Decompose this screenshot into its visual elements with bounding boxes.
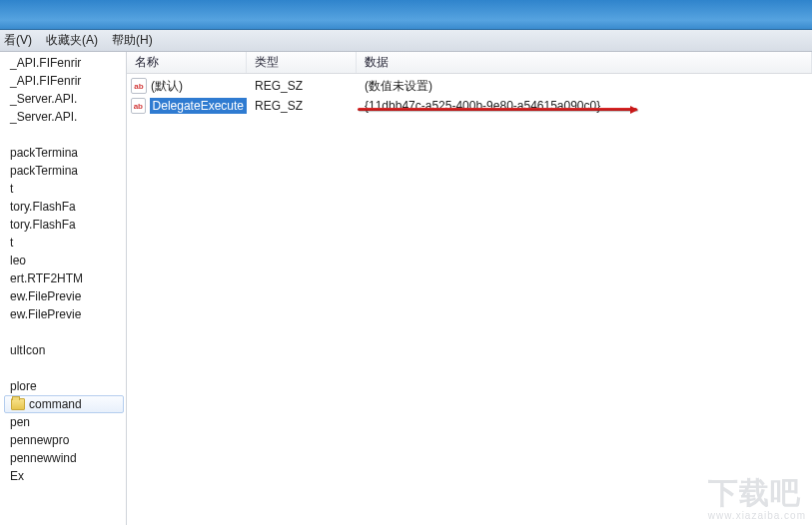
tree-item[interactable]: [0, 323, 126, 341]
tree-item[interactable]: tory.FlashFa: [0, 198, 126, 216]
highlight-underline: [358, 108, 637, 111]
tree-item[interactable]: pennewpro: [0, 431, 126, 449]
tree-item-label: tory.FlashFa: [10, 198, 76, 216]
menu-favorites[interactable]: 收藏夹(A): [46, 32, 98, 49]
tree-item[interactable]: _API.FIFenrir: [0, 72, 126, 90]
value-name: DelegateExecute: [150, 98, 247, 114]
tree-item-label: ultIcon: [10, 341, 45, 359]
tree-item[interactable]: ert.RTF2HTM: [0, 269, 126, 287]
tree-item[interactable]: tory.FlashFa: [0, 216, 126, 234]
col-type[interactable]: 类型: [247, 52, 357, 73]
tree-folder-command[interactable]: command: [4, 395, 124, 413]
tree-item-label: tory.FlashFa: [10, 216, 76, 234]
value-data: (数值未设置): [357, 78, 812, 95]
values-pane: 名称 类型 数据 ab(默认)REG_SZ(数值未设置)abDelegateEx…: [127, 52, 812, 525]
column-header: 名称 类型 数据: [127, 52, 812, 74]
folder-icon: [11, 398, 25, 410]
menu-help[interactable]: 帮助(H): [112, 32, 153, 49]
reg-string-icon: ab: [131, 98, 146, 114]
tree-item[interactable]: packTermina: [0, 162, 126, 180]
tree-item-label: command: [29, 395, 82, 413]
tree-item-label: t: [10, 180, 13, 198]
window-titlebar: [0, 0, 812, 30]
tree-item[interactable]: Ex: [0, 467, 126, 485]
reg-string-icon: ab: [131, 78, 147, 94]
value-type: REG_SZ: [247, 79, 357, 93]
tree-item-label: _API.FIFenrir: [10, 72, 81, 90]
tree-item[interactable]: t: [0, 180, 126, 198]
tree-item-label: _Server.API.: [10, 90, 77, 108]
tree-item[interactable]: _Server.API.: [0, 90, 126, 108]
tree-item-label: t: [10, 234, 13, 252]
tree-item[interactable]: [0, 126, 126, 144]
value-type: REG_SZ: [247, 99, 357, 113]
tree-item-label: _API.FIFenrir: [10, 54, 81, 72]
tree-item[interactable]: ew.FilePrevie: [0, 287, 126, 305]
tree-item[interactable]: packTermina: [0, 144, 126, 162]
tree-item-label: _Server.API.: [10, 108, 77, 126]
tree-item[interactable]: ultIcon: [0, 341, 126, 359]
tree-item-label: leo: [10, 252, 26, 269]
tree-item[interactable]: pen: [0, 413, 126, 431]
tree-item-label: pennewwind: [10, 449, 77, 467]
tree-item[interactable]: [0, 359, 126, 377]
tree-item-label: ert.RTF2HTM: [10, 269, 83, 287]
tree-item[interactable]: pennewwind: [0, 449, 126, 467]
tree-item[interactable]: ew.FilePrevie: [0, 305, 126, 323]
value-name-cell: ab(默认): [127, 78, 247, 95]
tree-item-label: packTermina: [10, 144, 78, 162]
menu-view[interactable]: 看(V): [4, 32, 32, 49]
tree-item-label: ew.FilePrevie: [10, 305, 81, 323]
tree-item[interactable]: _API.FIFenrir: [0, 54, 126, 72]
value-name: (默认): [151, 78, 183, 95]
value-row[interactable]: ab(默认)REG_SZ(数值未设置): [127, 76, 812, 96]
tree-item[interactable]: leo: [0, 252, 126, 269]
tree-item[interactable]: t: [0, 234, 126, 252]
registry-tree[interactable]: _API.FIFenrir_API.FIFenrir_Server.API._S…: [0, 52, 127, 525]
tree-item[interactable]: _Server.API.: [0, 108, 126, 126]
tree-item-label: ew.FilePrevie: [10, 287, 81, 305]
tree-item-label: pennewpro: [10, 431, 69, 449]
value-row[interactable]: abDelegateExecuteREG_SZ{11dbb47c-a525-40…: [127, 96, 812, 116]
col-name[interactable]: 名称: [127, 52, 247, 73]
menu-bar: 看(V) 收藏夹(A) 帮助(H): [0, 30, 812, 52]
tree-item-label: Ex: [10, 467, 24, 485]
col-data[interactable]: 数据: [357, 52, 812, 73]
value-name-cell: abDelegateExecute: [127, 98, 247, 114]
tree-item-label: pen: [10, 413, 30, 431]
tree-item[interactable]: plore: [0, 377, 126, 395]
tree-item-label: packTermina: [10, 162, 78, 180]
tree-item-label: plore: [10, 377, 37, 395]
